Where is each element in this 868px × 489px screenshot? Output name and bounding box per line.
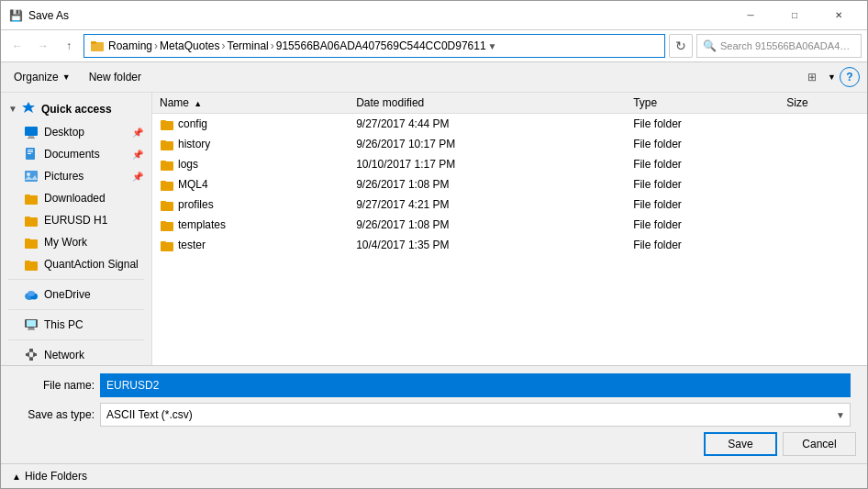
view-options-button[interactable]: ⊞	[800, 66, 824, 88]
table-row[interactable]: templates 9/26/2017 1:08 PM File folder	[152, 215, 867, 235]
sidebar-item-onedrive[interactable]: OneDrive	[1, 283, 151, 306]
table-row[interactable]: tester 10/4/2017 1:35 PM File folder	[152, 235, 867, 255]
svg-rect-26	[28, 328, 34, 329]
svg-rect-28	[29, 349, 33, 351]
save-as-type-row: Save as type: ASCII Text (*.csv) ▼	[12, 403, 856, 427]
sidebar-divider-1	[8, 279, 144, 280]
file-list-area: Name ▲ Date modified Type Size	[152, 93, 867, 365]
file-type-cell-5: File folder	[626, 215, 779, 235]
close-button[interactable]: ✕	[818, 3, 860, 28]
up-button[interactable]: ↑	[58, 35, 80, 57]
file-size-cell-6	[779, 235, 867, 255]
svg-line-34	[28, 356, 31, 358]
thispc-icon	[24, 317, 39, 332]
sidebar-item-network[interactable]: Network	[1, 344, 151, 365]
sidebar: ▼ Quick access Desktop 📌	[1, 93, 152, 365]
sidebar-item-downloaded[interactable]: Downloaded	[1, 187, 151, 209]
sidebar-pictures-label: Pictures	[44, 170, 128, 183]
breadcrumb-guid[interactable]: 915566BA06ADA407569C544CC0D97611	[276, 39, 486, 52]
organize-button[interactable]: Organize ▼	[8, 69, 76, 85]
sidebar-eurusd-label: EURUSD H1	[44, 214, 143, 227]
quick-access-header[interactable]: ▼ Quick access	[1, 96, 151, 121]
downloaded-icon	[24, 191, 39, 206]
save-button[interactable]: Save	[704, 432, 777, 456]
sort-arrow: ▲	[194, 99, 202, 108]
address-breadcrumb[interactable]: Roaming › MetaQuotes › Terminal › 915566…	[83, 34, 665, 58]
back-button[interactable]: ←	[6, 35, 28, 57]
new-folder-label: New folder	[89, 71, 141, 83]
col-header-size[interactable]: Size	[779, 93, 867, 114]
svg-rect-14	[25, 194, 30, 197]
svg-rect-10	[25, 171, 38, 182]
file-name-input[interactable]	[100, 373, 851, 397]
file-name-cell-2: logs	[152, 154, 349, 174]
save-as-type-select[interactable]: ASCII Text (*.csv)	[100, 403, 851, 427]
title-bar: 💾 Save As ─ □ ✕	[1, 1, 867, 30]
maximize-button[interactable]: □	[773, 3, 816, 28]
file-size-cell-1	[779, 134, 867, 154]
svg-line-32	[28, 351, 31, 353]
quantaction-folder-icon	[24, 257, 39, 272]
svg-rect-16	[25, 217, 30, 219]
file-name-text-6: tester	[178, 239, 206, 251]
hide-folders-button[interactable]: ▲ Hide Folders	[8, 468, 91, 484]
table-row[interactable]: config 9/27/2017 4:44 PM File folder	[152, 114, 867, 135]
file-date-cell-3: 9/26/2017 1:08 PM	[349, 174, 626, 194]
svg-point-23	[28, 291, 35, 296]
help-button[interactable]: ?	[840, 67, 860, 87]
file-type-cell-6: File folder	[626, 235, 779, 255]
col-header-date[interactable]: Date modified	[349, 93, 626, 114]
table-row[interactable]: logs 10/10/2017 1:17 PM File folder	[152, 154, 867, 174]
forward-button[interactable]: →	[32, 35, 54, 57]
sidebar-item-eurusd[interactable]: EURUSD H1	[1, 209, 151, 231]
breadcrumb-metaquotes[interactable]: MetaQuotes	[160, 39, 219, 52]
sidebar-item-mywork[interactable]: My Work	[1, 231, 151, 253]
file-type-cell-1: File folder	[626, 134, 779, 154]
file-name-text-3: MQL4	[178, 178, 208, 191]
save-as-dialog: 💾 Save As ─ □ ✕ ← → ↑ Roaming › MetaQuot…	[0, 0, 868, 489]
new-folder-button[interactable]: New folder	[83, 69, 147, 85]
svg-rect-47	[161, 221, 166, 224]
file-name-cell-5: templates	[152, 215, 349, 235]
svg-rect-25	[27, 320, 36, 327]
table-row[interactable]: profiles 9/27/2017 4:21 PM File folder	[152, 194, 867, 215]
svg-rect-49	[161, 241, 166, 244]
svg-rect-30	[33, 353, 37, 356]
sidebar-item-documents[interactable]: Documents 📌	[1, 143, 151, 165]
quick-access-icon	[21, 100, 36, 117]
view-dropdown-icon[interactable]: ▼	[828, 72, 836, 82]
file-name-text-4: profiles	[178, 198, 214, 211]
file-name-row: File name:	[12, 373, 856, 397]
breadcrumb-roaming[interactable]: Roaming	[108, 39, 152, 52]
col-header-type[interactable]: Type	[626, 93, 779, 114]
pin-icon-pictures: 📌	[132, 172, 143, 182]
folder-icon-4	[160, 197, 174, 212]
search-icon: 🔍	[703, 39, 717, 52]
sidebar-item-desktop[interactable]: Desktop 📌	[1, 121, 151, 143]
sidebar-item-pictures[interactable]: Pictures 📌	[1, 165, 151, 187]
col-header-name[interactable]: Name ▲	[152, 93, 349, 114]
svg-rect-7	[28, 150, 33, 150]
minimize-button[interactable]: ─	[729, 3, 772, 28]
breadcrumb-dropdown-arrow[interactable]: ▼	[486, 41, 499, 51]
hide-folders-chevron: ▲	[12, 472, 21, 482]
svg-marker-2	[22, 102, 35, 113]
cancel-button[interactable]: Cancel	[783, 432, 856, 456]
search-box[interactable]: 🔍 Search 915566BA06ADA4075...	[696, 34, 862, 58]
sidebar-item-thispc[interactable]: This PC	[1, 314, 151, 336]
table-row[interactable]: history 9/26/2017 10:17 PM File folder	[152, 134, 867, 154]
svg-rect-9	[28, 153, 31, 154]
file-size-cell-4	[779, 194, 867, 215]
table-row[interactable]: MQL4 9/26/2017 1:08 PM File folder	[152, 174, 867, 194]
refresh-button[interactable]: ↻	[669, 34, 693, 58]
file-date-cell-1: 9/26/2017 10:17 PM	[349, 134, 626, 154]
network-icon	[24, 348, 39, 362]
table-header-row: Name ▲ Date modified Type Size	[152, 93, 867, 114]
svg-rect-5	[28, 138, 35, 139]
dialog-icon: 💾	[8, 8, 23, 23]
toolbar-right: ⊞ ▼ ?	[800, 66, 860, 88]
title-bar-text: Save As	[28, 9, 729, 22]
breadcrumb-terminal[interactable]: Terminal	[227, 39, 268, 52]
desktop-icon	[24, 125, 39, 139]
sidebar-item-quantaction[interactable]: QuantAction Signal	[1, 253, 151, 275]
